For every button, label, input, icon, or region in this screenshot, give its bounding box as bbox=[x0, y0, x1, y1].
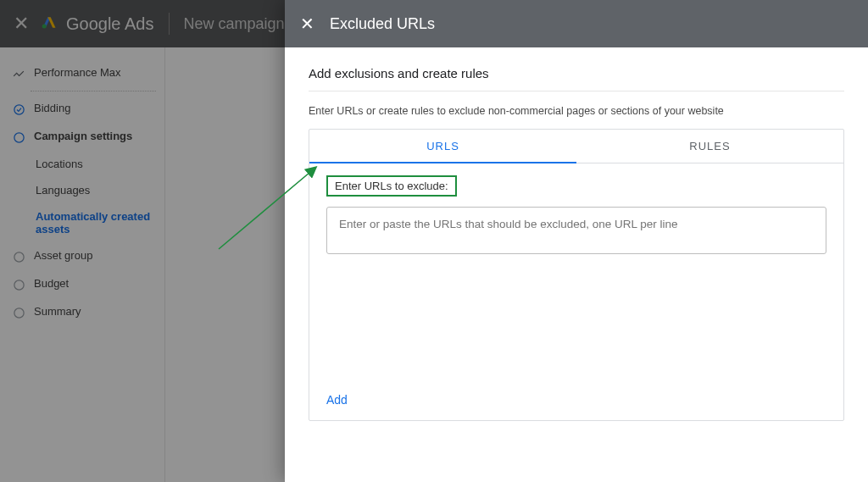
tab-rules[interactable]: RULES bbox=[576, 130, 843, 163]
url-exclusion-input[interactable] bbox=[326, 207, 826, 254]
panel-subtitle: Add exclusions and create rules bbox=[309, 66, 844, 80]
panel-body: Add exclusions and create rules Enter UR… bbox=[285, 47, 868, 482]
tabs: URLS RULES bbox=[309, 130, 843, 163]
exclusion-card: URLS RULES Enter URLs to exclude: Add bbox=[309, 129, 844, 421]
divider bbox=[309, 91, 844, 91]
close-panel-icon[interactable]: ✕ bbox=[300, 14, 314, 34]
panel-header: ✕ Excluded URLs bbox=[285, 0, 868, 47]
add-button[interactable]: Add bbox=[326, 383, 826, 412]
tab-urls[interactable]: URLS bbox=[309, 130, 576, 163]
card-content: Enter URLs to exclude: Add bbox=[309, 163, 843, 420]
excluded-urls-panel: ✕ Excluded URLs Add exclusions and creat… bbox=[285, 0, 868, 482]
panel-title: Excluded URLs bbox=[330, 15, 435, 33]
enter-urls-label: Enter URLs to exclude: bbox=[326, 175, 457, 197]
panel-description: Enter URLs or create rules to exclude no… bbox=[309, 105, 844, 117]
